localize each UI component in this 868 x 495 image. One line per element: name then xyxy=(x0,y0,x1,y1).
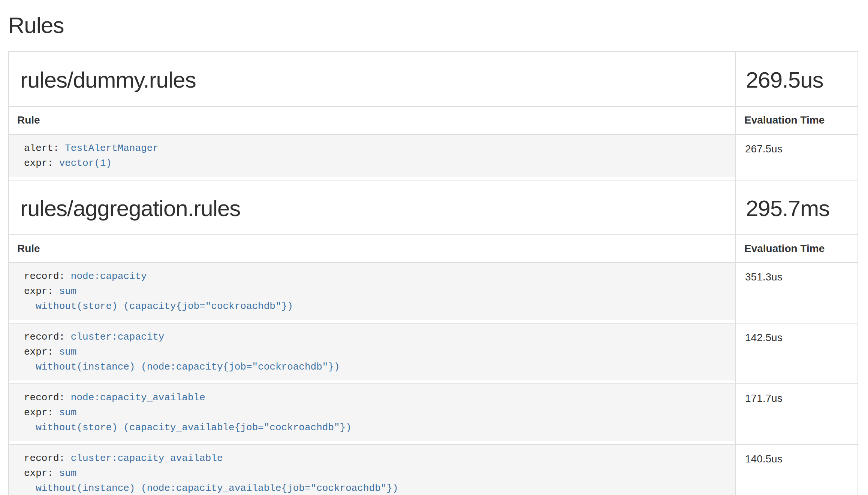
rule-key: record: xyxy=(24,392,71,403)
rule-definition: record: node:capacity_available expr: su… xyxy=(9,384,735,441)
rule-cell: record: node:capacity expr: sum without(… xyxy=(9,262,736,323)
rule-group-eval-time-cell: 295.7ms xyxy=(736,180,858,235)
rule-cell: record: cluster:capacity expr: sum witho… xyxy=(9,323,736,384)
rule-group-eval-time: 295.7ms xyxy=(746,196,850,221)
rule-cell: record: node:capacity_available expr: su… xyxy=(9,384,736,444)
rule-eval-time: 267.5us xyxy=(736,134,858,180)
rule-group-name-cell: rules/aggregation.rules xyxy=(9,180,736,235)
rule-cell: record: cluster:capacity_available expr:… xyxy=(9,444,736,495)
rule-expr-link[interactable]: sum without(instance) (node:capacity_ava… xyxy=(24,468,398,494)
rule-name-link[interactable]: cluster:capacity xyxy=(71,331,165,343)
rule-eval-time: 171.7us xyxy=(736,384,858,444)
column-header-row: Rule Evaluation Time xyxy=(9,235,858,263)
rule-eval-time: 142.5us xyxy=(736,323,858,384)
rule-name-link[interactable]: node:capacity_available xyxy=(71,392,205,403)
rule-definition: record: node:capacity expr: sum without(… xyxy=(9,263,735,320)
rule-expr-link[interactable]: sum without(store) (capacity_available{j… xyxy=(24,407,352,433)
rule-key: record: xyxy=(24,271,71,282)
rule-name-link[interactable]: node:capacity xyxy=(71,271,147,282)
eval-time-column-header: Evaluation Time xyxy=(736,106,858,134)
rule-row: alert: TestAlertManager expr: vector(1) … xyxy=(9,134,858,180)
rule-definition: record: cluster:capacity expr: sum witho… xyxy=(9,324,735,380)
rule-row: record: node:capacity expr: sum without(… xyxy=(9,262,858,323)
column-header-row: Rule Evaluation Time xyxy=(9,106,858,134)
rule-definition: alert: TestAlertManager expr: vector(1) xyxy=(9,135,735,177)
rule-expr-link[interactable]: sum without(instance) (node:capacity{job… xyxy=(24,346,340,373)
page-title: Rules xyxy=(8,9,858,42)
rule-cell: alert: TestAlertManager expr: vector(1) xyxy=(9,134,736,180)
rule-key: alert: xyxy=(24,143,65,154)
rule-key: expr: xyxy=(24,286,59,297)
rule-eval-time: 140.5us xyxy=(736,444,858,495)
rule-eval-time: 351.3us xyxy=(736,262,858,323)
rule-key: expr: xyxy=(24,407,59,418)
rule-name-link[interactable]: TestAlertManager xyxy=(65,143,159,154)
rule-definition: record: cluster:capacity_available expr:… xyxy=(9,445,735,495)
rule-row: record: node:capacity_available expr: su… xyxy=(9,384,858,444)
rule-key: record: xyxy=(24,453,71,464)
rule-column-header: Rule xyxy=(9,106,736,134)
rule-key: expr: xyxy=(24,158,59,169)
rule-column-header: Rule xyxy=(9,235,736,263)
rule-group-name: rules/dummy.rules xyxy=(20,68,728,92)
rule-key: expr: xyxy=(24,346,59,358)
rule-key: record: xyxy=(24,331,71,343)
rule-group-header-row: rules/aggregation.rules 295.7ms xyxy=(9,180,858,235)
rule-group-name: rules/aggregation.rules xyxy=(20,196,728,221)
rule-expr-link[interactable]: vector(1) xyxy=(59,158,112,169)
rule-group-eval-time-cell: 269.5us xyxy=(736,52,858,106)
rules-table: rules/dummy.rules 269.5us Rule Evaluatio… xyxy=(8,51,858,495)
rule-expr-link[interactable]: sum without(store) (capacity{job="cockro… xyxy=(24,286,293,312)
rule-name-link[interactable]: cluster:capacity_available xyxy=(71,453,223,464)
rule-row: record: cluster:capacity_available expr:… xyxy=(9,444,858,495)
rule-group-header-row: rules/dummy.rules 269.5us xyxy=(9,52,858,106)
rule-group-name-cell: rules/dummy.rules xyxy=(9,52,736,106)
rule-group-eval-time: 269.5us xyxy=(746,68,850,92)
rule-row: record: cluster:capacity expr: sum witho… xyxy=(9,323,858,384)
rule-key: expr: xyxy=(24,468,59,479)
eval-time-column-header: Evaluation Time xyxy=(736,235,858,263)
